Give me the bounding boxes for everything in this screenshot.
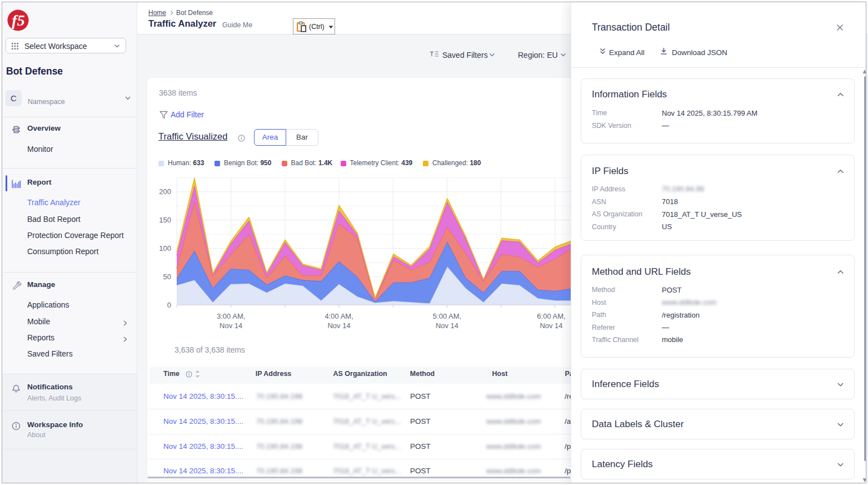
svg-text:4:00 AM,: 4:00 AM, [325, 312, 353, 320]
svg-text:150: 150 [159, 216, 171, 224]
svg-text:Nov 14: Nov 14 [540, 321, 562, 330]
svg-text:Nov 14: Nov 14 [436, 321, 458, 330]
svg-text:0: 0 [167, 301, 171, 309]
svg-text:Nov 14: Nov 14 [220, 321, 242, 330]
svg-text:50: 50 [163, 273, 171, 281]
svg-text:5:00 AM,: 5:00 AM, [433, 312, 461, 320]
svg-text:100: 100 [159, 244, 171, 253]
svg-text:f5: f5 [12, 12, 24, 29]
svg-text:Nov 14: Nov 14 [327, 321, 350, 330]
svg-text:200: 200 [159, 187, 171, 196]
svg-text:6:00 AM,: 6:00 AM, [537, 312, 565, 320]
svg-text:3:00 AM,: 3:00 AM, [217, 312, 245, 320]
